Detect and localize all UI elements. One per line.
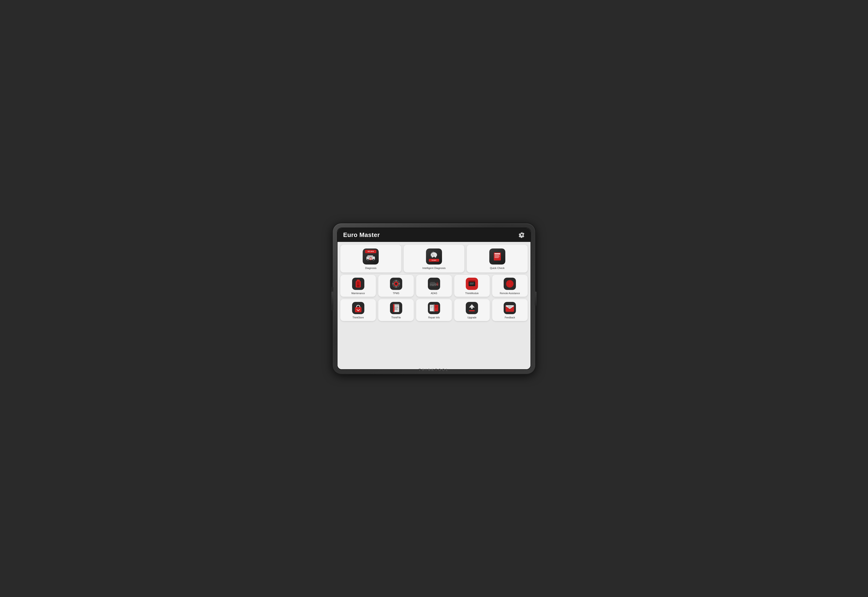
- thinkmodule-icon-wrap: [466, 278, 478, 290]
- app-grid-row3: ThinkStore: [340, 299, 528, 321]
- adas-icon-wrap: [428, 278, 440, 290]
- diagnosis-icon: SCAN: [363, 248, 379, 264]
- repair-info-label: Repair Info: [428, 316, 440, 319]
- grip-left: [331, 291, 333, 306]
- app-tile-quick-check[interactable]: Quick Check: [467, 245, 528, 272]
- app-tile-feedback[interactable]: Feedback: [492, 299, 528, 321]
- upgrade-label: Upgrade: [467, 316, 476, 319]
- app-tile-repair-info[interactable]: Repair Info: [416, 299, 452, 321]
- maintenance-label: Maintenance: [351, 292, 365, 295]
- svg-rect-62: [435, 306, 437, 306]
- app-grid-row1: SCAN: [340, 245, 528, 272]
- svg-rect-64: [435, 307, 437, 308]
- svg-point-30: [434, 285, 435, 287]
- feedback-icon-wrap: [504, 302, 516, 314]
- svg-rect-12: [495, 255, 499, 256]
- app-tile-tpms[interactable]: TPMS: [378, 275, 414, 297]
- tpms-icon-wrap: [390, 278, 402, 290]
- svg-point-29: [431, 285, 432, 287]
- svg-rect-51: [394, 307, 398, 308]
- svg-rect-1: [367, 255, 373, 258]
- svg-rect-61: [431, 307, 433, 308]
- svg-rect-60: [431, 307, 433, 307]
- settings-icon[interactable]: [519, 232, 525, 238]
- thinkfile-icon-wrap: [390, 302, 402, 314]
- remote-assistance-label: Remote Assistance: [500, 292, 520, 295]
- diagnosis-icon-wrap: SCAN: [363, 248, 379, 264]
- thinkstore-icon-wrap: [352, 302, 364, 314]
- app-title: Euro Master: [343, 231, 380, 239]
- diagnosis-label: Diagnosis: [365, 266, 376, 270]
- svg-rect-36: [470, 284, 473, 284]
- app-tile-thinkstore[interactable]: ThinkStore: [340, 299, 376, 321]
- svg-rect-13: [495, 257, 500, 257]
- thinkstore-label: ThinkStore: [352, 316, 364, 319]
- repair-info-icon-wrap: [428, 302, 440, 314]
- header: Euro Master: [337, 228, 531, 242]
- grip-right: [535, 291, 537, 306]
- svg-rect-11: [495, 255, 500, 255]
- main-content: SCAN: [337, 242, 531, 369]
- thinkmodule-label: ThinkModule: [465, 292, 479, 295]
- app-grid-row2: Maintenance: [340, 275, 528, 297]
- svg-rect-71: [508, 307, 511, 307]
- svg-rect-63: [435, 307, 437, 307]
- svg-point-3: [367, 259, 368, 260]
- quick-check-icon: [489, 248, 505, 264]
- maintenance-icon-wrap: [352, 278, 364, 290]
- device-label: THINKTOOL: [419, 368, 449, 371]
- remote-assistance-icon-wrap: [504, 278, 516, 290]
- intelligent-diagnosis-icon: scan: [426, 248, 442, 264]
- app-tile-maintenance[interactable]: Maintenance: [340, 275, 376, 297]
- svg-point-5: [373, 259, 374, 260]
- tpms-label: TPMS: [393, 292, 400, 295]
- app-tile-remote-assistance[interactable]: Remote Assistance: [492, 275, 528, 297]
- quick-check-icon-wrap: [489, 248, 505, 264]
- app-tile-thinkfile[interactable]: ThinkFile: [378, 299, 414, 321]
- svg-rect-66: [469, 310, 475, 311]
- svg-rect-68: [471, 305, 473, 309]
- svg-point-21: [395, 283, 397, 285]
- app-tile-upgrade[interactable]: Upgrade: [454, 299, 490, 321]
- svg-rect-35: [470, 283, 474, 283]
- adas-label: ADAS: [431, 292, 437, 295]
- svg-rect-52: [394, 309, 397, 309]
- svg-point-17: [357, 285, 360, 287]
- svg-rect-70: [508, 306, 512, 307]
- quick-check-label: Quick Check: [490, 266, 504, 270]
- svg-point-7: [370, 258, 371, 259]
- app-tile-diagnosis[interactable]: SCAN: [340, 245, 401, 272]
- app-tile-intelligent-diagnosis[interactable]: scan Intelligent Diagnosis: [404, 245, 465, 272]
- intelligent-diagnosis-icon-wrap: scan: [426, 248, 442, 264]
- thinkfile-label: ThinkFile: [391, 316, 401, 319]
- svg-rect-58: [434, 304, 434, 312]
- tablet-device: Euro Master SCAN: [333, 223, 535, 374]
- svg-rect-59: [431, 306, 433, 306]
- feedback-label: Feedback: [505, 316, 515, 319]
- tablet-screen: Euro Master SCAN: [337, 227, 531, 370]
- svg-rect-53: [394, 309, 398, 310]
- svg-rect-54: [393, 304, 394, 312]
- app-tile-adas[interactable]: ADAS: [416, 275, 452, 297]
- svg-rect-10: [495, 253, 500, 254]
- svg-rect-33: [468, 281, 475, 282]
- svg-rect-14: [495, 257, 499, 258]
- svg-rect-16: [357, 279, 360, 281]
- svg-rect-50: [394, 307, 398, 307]
- svg-rect-46: [355, 307, 361, 312]
- app-tile-thinkmodule[interactable]: ThinkModule: [454, 275, 490, 297]
- upgrade-icon-wrap: [466, 302, 478, 314]
- intelligent-diagnosis-label: Intelligent Diagnosis: [422, 266, 446, 270]
- svg-rect-28: [430, 282, 435, 284]
